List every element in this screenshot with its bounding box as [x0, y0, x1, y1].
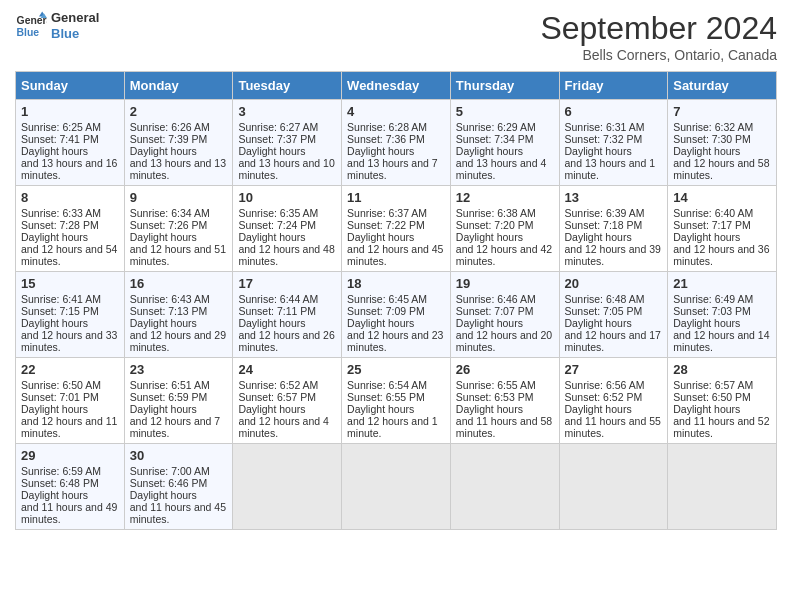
daylight-label: Daylight hours	[347, 231, 414, 243]
calendar-cell: 14 Sunrise: 6:40 AM Sunset: 7:17 PM Dayl…	[668, 186, 777, 272]
sunrise-label: Sunrise: 6:43 AM	[130, 293, 210, 305]
daylight-label: Daylight hours	[456, 403, 523, 415]
calendar-cell: 12 Sunrise: 6:38 AM Sunset: 7:20 PM Dayl…	[450, 186, 559, 272]
sunset-label: Sunset: 7:37 PM	[238, 133, 316, 145]
daylight-label: Daylight hours	[673, 317, 740, 329]
day-number: 6	[565, 104, 663, 119]
sunset-label: Sunset: 7:18 PM	[565, 219, 643, 231]
daylight-label: Daylight hours	[21, 145, 88, 157]
calendar-cell: 4 Sunrise: 6:28 AM Sunset: 7:36 PM Dayli…	[342, 100, 451, 186]
daylight-label: Daylight hours	[130, 145, 197, 157]
calendar-cell	[233, 444, 342, 530]
daylight-value: and 12 hours and 45 minutes.	[347, 243, 443, 267]
calendar-row: 22 Sunrise: 6:50 AM Sunset: 7:01 PM Dayl…	[16, 358, 777, 444]
day-number: 25	[347, 362, 445, 377]
daylight-value: and 12 hours and 36 minutes.	[673, 243, 769, 267]
calendar-table: Sunday Monday Tuesday Wednesday Thursday…	[15, 71, 777, 530]
sunrise-label: Sunrise: 6:32 AM	[673, 121, 753, 133]
calendar-cell	[668, 444, 777, 530]
sunset-label: Sunset: 7:24 PM	[238, 219, 316, 231]
daylight-label: Daylight hours	[673, 145, 740, 157]
daylight-label: Daylight hours	[238, 317, 305, 329]
daylight-value: and 13 hours and 7 minutes.	[347, 157, 438, 181]
day-number: 26	[456, 362, 554, 377]
daylight-label: Daylight hours	[130, 317, 197, 329]
daylight-value: and 11 hours and 45 minutes.	[130, 501, 226, 525]
sunrise-label: Sunrise: 6:45 AM	[347, 293, 427, 305]
daylight-value: and 12 hours and 42 minutes.	[456, 243, 552, 267]
calendar-cell	[559, 444, 668, 530]
calendar-cell: 27 Sunrise: 6:56 AM Sunset: 6:52 PM Dayl…	[559, 358, 668, 444]
sunset-label: Sunset: 7:34 PM	[456, 133, 534, 145]
calendar-cell: 17 Sunrise: 6:44 AM Sunset: 7:11 PM Dayl…	[233, 272, 342, 358]
day-number: 11	[347, 190, 445, 205]
daylight-value: and 11 hours and 52 minutes.	[673, 415, 769, 439]
sunset-label: Sunset: 6:52 PM	[565, 391, 643, 403]
daylight-value: and 12 hours and 11 minutes.	[21, 415, 117, 439]
calendar-cell: 23 Sunrise: 6:51 AM Sunset: 6:59 PM Dayl…	[124, 358, 233, 444]
calendar-cell: 28 Sunrise: 6:57 AM Sunset: 6:50 PM Dayl…	[668, 358, 777, 444]
calendar-cell: 10 Sunrise: 6:35 AM Sunset: 7:24 PM Dayl…	[233, 186, 342, 272]
daylight-label: Daylight hours	[238, 145, 305, 157]
calendar-cell: 7 Sunrise: 6:32 AM Sunset: 7:30 PM Dayli…	[668, 100, 777, 186]
daylight-label: Daylight hours	[565, 403, 632, 415]
sunset-label: Sunset: 7:28 PM	[21, 219, 99, 231]
calendar-cell: 3 Sunrise: 6:27 AM Sunset: 7:37 PM Dayli…	[233, 100, 342, 186]
day-number: 30	[130, 448, 228, 463]
daylight-value: and 11 hours and 58 minutes.	[456, 415, 552, 439]
calendar-cell: 25 Sunrise: 6:54 AM Sunset: 6:55 PM Dayl…	[342, 358, 451, 444]
daylight-value: and 13 hours and 13 minutes.	[130, 157, 226, 181]
daylight-label: Daylight hours	[21, 489, 88, 501]
col-monday: Monday	[124, 72, 233, 100]
sunset-label: Sunset: 6:53 PM	[456, 391, 534, 403]
calendar-cell: 30 Sunrise: 7:00 AM Sunset: 6:46 PM Dayl…	[124, 444, 233, 530]
location-subtitle: Bells Corners, Ontario, Canada	[540, 47, 777, 63]
daylight-label: Daylight hours	[456, 231, 523, 243]
sunrise-label: Sunrise: 6:34 AM	[130, 207, 210, 219]
calendar-body: 1 Sunrise: 6:25 AM Sunset: 7:41 PM Dayli…	[16, 100, 777, 530]
calendar-cell: 11 Sunrise: 6:37 AM Sunset: 7:22 PM Dayl…	[342, 186, 451, 272]
daylight-value: and 13 hours and 1 minute.	[565, 157, 656, 181]
daylight-value: and 12 hours and 20 minutes.	[456, 329, 552, 353]
sunset-label: Sunset: 6:48 PM	[21, 477, 99, 489]
daylight-label: Daylight hours	[673, 403, 740, 415]
calendar-header: Sunday Monday Tuesday Wednesday Thursday…	[16, 72, 777, 100]
daylight-label: Daylight hours	[673, 231, 740, 243]
day-number: 17	[238, 276, 336, 291]
daylight-label: Daylight hours	[347, 145, 414, 157]
daylight-label: Daylight hours	[238, 231, 305, 243]
sunset-label: Sunset: 7:09 PM	[347, 305, 425, 317]
sunrise-label: Sunrise: 6:51 AM	[130, 379, 210, 391]
calendar-cell: 16 Sunrise: 6:43 AM Sunset: 7:13 PM Dayl…	[124, 272, 233, 358]
sunrise-label: Sunrise: 6:25 AM	[21, 121, 101, 133]
daylight-label: Daylight hours	[130, 231, 197, 243]
sunrise-label: Sunrise: 6:27 AM	[238, 121, 318, 133]
calendar-cell: 22 Sunrise: 6:50 AM Sunset: 7:01 PM Dayl…	[16, 358, 125, 444]
day-number: 16	[130, 276, 228, 291]
sunset-label: Sunset: 7:32 PM	[565, 133, 643, 145]
day-number: 3	[238, 104, 336, 119]
sunset-label: Sunset: 6:57 PM	[238, 391, 316, 403]
daylight-value: and 12 hours and 39 minutes.	[565, 243, 661, 267]
calendar-cell: 20 Sunrise: 6:48 AM Sunset: 7:05 PM Dayl…	[559, 272, 668, 358]
svg-text:Blue: Blue	[17, 27, 40, 38]
calendar-cell: 2 Sunrise: 6:26 AM Sunset: 7:39 PM Dayli…	[124, 100, 233, 186]
sunrise-label: Sunrise: 6:48 AM	[565, 293, 645, 305]
daylight-label: Daylight hours	[565, 231, 632, 243]
daylight-value: and 12 hours and 58 minutes.	[673, 157, 769, 181]
sunrise-label: Sunrise: 6:40 AM	[673, 207, 753, 219]
sunrise-label: Sunrise: 6:28 AM	[347, 121, 427, 133]
calendar-cell: 13 Sunrise: 6:39 AM Sunset: 7:18 PM Dayl…	[559, 186, 668, 272]
sunrise-label: Sunrise: 6:50 AM	[21, 379, 101, 391]
sunset-label: Sunset: 7:30 PM	[673, 133, 751, 145]
daylight-label: Daylight hours	[456, 145, 523, 157]
sunset-label: Sunset: 6:55 PM	[347, 391, 425, 403]
sunrise-label: Sunrise: 6:46 AM	[456, 293, 536, 305]
sunset-label: Sunset: 6:50 PM	[673, 391, 751, 403]
calendar-cell: 8 Sunrise: 6:33 AM Sunset: 7:28 PM Dayli…	[16, 186, 125, 272]
sunrise-label: Sunrise: 6:33 AM	[21, 207, 101, 219]
page-header: General Blue General Blue September 2024…	[15, 10, 777, 63]
logo: General Blue General Blue	[15, 10, 99, 42]
calendar-cell: 26 Sunrise: 6:55 AM Sunset: 6:53 PM Dayl…	[450, 358, 559, 444]
sunrise-label: Sunrise: 6:59 AM	[21, 465, 101, 477]
